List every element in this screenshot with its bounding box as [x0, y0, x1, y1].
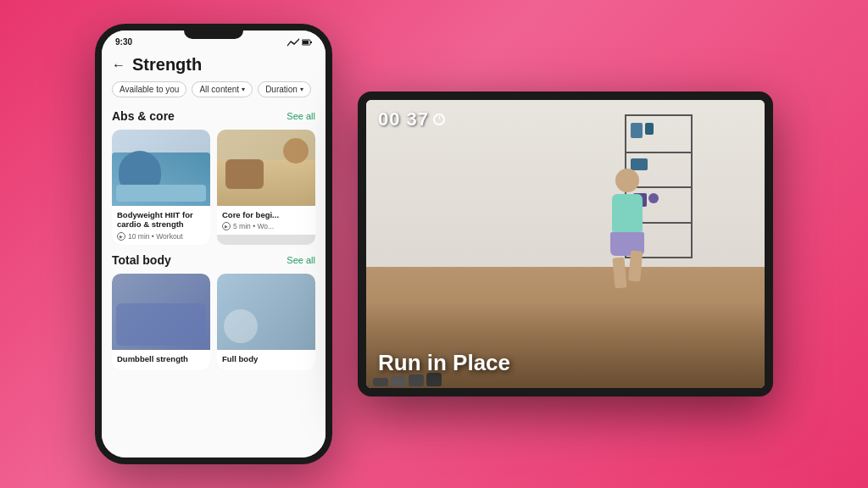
filter-content[interactable]: All content ▾ [192, 81, 253, 97]
section-title-totalbody: Total body [112, 253, 171, 267]
card-image-tb1 [112, 274, 210, 350]
signal-icon [287, 38, 299, 47]
card-image-hiit [112, 130, 210, 206]
scene: 9:30 ← Strength [0, 0, 868, 488]
dumbbell [409, 374, 424, 386]
card-title-tb1: Dumbbell strength [117, 354, 205, 363]
play-icon: ▶ [222, 222, 231, 230]
workout-video: 00 37 Run in Place [366, 100, 765, 388]
svg-rect-2 [303, 41, 309, 44]
battery-icon [302, 39, 312, 46]
see-all-totalbody[interactable]: See all [287, 255, 315, 265]
person-torso [612, 194, 643, 232]
card-info-hiit: Bodyweight HIIT for cardio & strength ▶ … [112, 206, 210, 245]
workout-card-core[interactable]: Core for begi... ▶ 5 min • Wo... [217, 130, 315, 245]
leg-right [629, 250, 643, 281]
svg-rect-3 [310, 42, 312, 43]
total-body-card-2[interactable]: Full body [217, 274, 315, 370]
leg-left [613, 257, 627, 288]
svg-marker-0 [287, 38, 299, 47]
phone-notch [184, 30, 243, 39]
card-image-tb2 [217, 274, 315, 350]
card-meta-core: ▶ 5 min • Wo... [222, 222, 310, 230]
time-display: 9:30 [115, 37, 132, 47]
card-image-core [217, 130, 315, 206]
back-button[interactable]: ← [112, 58, 125, 73]
timer-overlay: 00 37 [378, 108, 445, 130]
card-info-tb2: Full body [217, 350, 315, 370]
card-title-core: Core for begi... [222, 210, 310, 219]
filter-available[interactable]: Available to you [112, 81, 186, 97]
chevron-down-icon: ▾ [242, 86, 245, 93]
abs-figure-bg [112, 130, 210, 206]
exercise-label: Run in Place [378, 350, 510, 376]
shelf [625, 152, 693, 153]
timer-display: 00 37 [378, 108, 429, 130]
dumbbell [373, 378, 388, 386]
play-icon: ▶ [117, 232, 125, 241]
total-body-cards-row: Dumbbell strength Full body [102, 274, 326, 370]
tablet-device: 00 37 Run in Place [358, 92, 773, 396]
timer-icon [433, 114, 445, 125]
total-body-section-header: Total body See all [102, 245, 326, 274]
dumbbell [391, 376, 406, 386]
abs-core-section-header: Abs & core See all [102, 106, 326, 130]
tablet-screen: 00 37 Run in Place [366, 100, 765, 388]
status-icons [287, 38, 312, 47]
total-body-card-1[interactable]: Dumbbell strength [112, 274, 210, 370]
abs-cards-row: Bodyweight HIIT for cardio & strength ▶ … [102, 130, 326, 245]
card-info-tb1: Dumbbell strength [112, 350, 210, 370]
shelf-item [631, 123, 643, 138]
phone-device: 9:30 ← Strength [95, 24, 332, 464]
filter-duration[interactable]: Duration ▾ [258, 81, 311, 97]
person-head [615, 169, 639, 192]
person-legs [602, 258, 653, 288]
person-figure [602, 169, 653, 287]
card-info-core: Core for begi... ▶ 5 min • Wo... [217, 206, 315, 235]
see-all-abs[interactable]: See all [287, 111, 315, 121]
workout-card-hiit[interactable]: Bodyweight HIIT for cardio & strength ▶ … [112, 130, 210, 245]
filter-row: Available to you All content ▾ Duration … [102, 81, 326, 106]
phone-header: ← Strength [102, 50, 326, 81]
phone-screen: 9:30 ← Strength [102, 30, 326, 458]
page-title: Strength [132, 55, 202, 75]
card-title-tb2: Full body [222, 354, 310, 363]
section-title-abs: Abs & core [112, 109, 175, 123]
shelf-item [645, 123, 654, 135]
room-background [366, 100, 765, 388]
core-figure-bg [217, 130, 315, 206]
card-title-hiit: Bodyweight HIIT for cardio & strength [117, 210, 205, 230]
chevron-down-icon: ▾ [300, 86, 303, 93]
card-meta-hiit: ▶ 10 min • Workout [117, 232, 205, 241]
